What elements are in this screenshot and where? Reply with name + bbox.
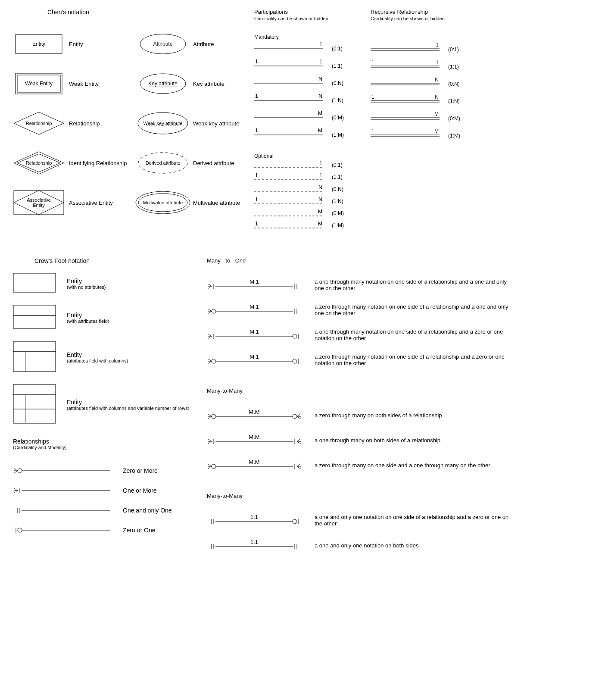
m1-title: Many - to - One — [207, 257, 526, 264]
crow-entity-label: Entity(attributes field with columns and… — [60, 399, 189, 411]
svg-text:1: 1 — [255, 59, 258, 65]
relationship-desc: a one through many notation on one side … — [302, 328, 517, 341]
svg-rect-101 — [13, 273, 56, 292]
assoc-entity-label: Associative Entity — [65, 200, 134, 206]
crow-entity-label: Entity(attributes field with columns) — [60, 351, 128, 363]
svg-text:M:M: M:M — [249, 434, 259, 440]
svg-text:N: N — [435, 94, 439, 100]
participation-row: 1 1 (1:1) — [254, 57, 366, 75]
relationship-line: M:1 — [207, 278, 302, 291]
svg-text:Entity: Entity — [33, 203, 45, 208]
rel-caption: (Cardinality and Modality) — [13, 445, 198, 450]
svg-text:M:M: M:M — [249, 409, 259, 415]
svg-text:M: M — [318, 128, 322, 134]
chen-title: Chen's notation — [13, 9, 254, 16]
cardinality-label: (1:N) — [327, 198, 358, 204]
crow-entity-shape — [13, 273, 60, 294]
weak-entity-label: Weak Entity — [65, 81, 134, 87]
svg-text:Relationship: Relationship — [26, 121, 52, 126]
participation-row: 1 (0:1) — [254, 40, 366, 57]
relationship-label: Relationship — [65, 120, 134, 127]
crow-entity-label: Entity(with no attributes) — [60, 278, 106, 290]
svg-text:N: N — [435, 77, 439, 83]
cardinality-label: (0:1) — [444, 47, 474, 53]
assoc-entity-shape: AssociativeEntity — [13, 190, 65, 216]
relationship-desc: a zero through many on one side and a on… — [302, 462, 517, 469]
svg-text:M:M: M:M — [249, 459, 259, 465]
relationship-desc: a zero through many notation on one side… — [302, 353, 517, 366]
participation-row: 1 M (1:M) — [254, 126, 366, 144]
relationship-line: M:M — [207, 409, 302, 422]
ident-relationship-label: Identifying Relationship — [65, 160, 134, 166]
participations-title: Participations — [254, 9, 366, 15]
participations-caption: Cardinality can be shown or hidden — [254, 16, 366, 21]
cardinality-label: (1:1) — [327, 174, 358, 180]
cardinality-label: (1:M) — [327, 132, 358, 138]
mm-title: Many-to-Many — [207, 388, 526, 394]
svg-text:Weak Entity: Weak Entity — [25, 81, 53, 87]
crow-legend-label: Zero or One — [112, 527, 183, 534]
participation-row: N (0:N) — [254, 75, 366, 92]
recursive-title: Recursive Relationship — [371, 9, 483, 15]
cardinality-label: (0:N) — [327, 80, 358, 86]
svg-rect-102 — [13, 305, 56, 316]
relationship-line: M:1 — [207, 353, 302, 366]
cardinality-label: (0:1) — [327, 162, 358, 168]
participation-row: 1 N (1:N) — [254, 195, 366, 207]
weak-entity-shape: Weak Entity — [13, 73, 65, 94]
participation-row: M (0:M) — [371, 110, 483, 127]
svg-rect-104 — [13, 341, 56, 352]
relationship-line: M:M — [207, 434, 302, 447]
attribute-shape: Attribute — [137, 33, 189, 55]
participation-row: N (0:N) — [371, 75, 483, 93]
svg-text:1: 1 — [371, 59, 374, 66]
svg-text:1: 1 — [319, 160, 322, 166]
svg-text:M: M — [318, 110, 322, 116]
svg-text:M: M — [434, 128, 439, 134]
cardinality-label: (0:N) — [444, 81, 474, 87]
relationship-desc: a one and only one notation on one side … — [302, 514, 517, 527]
participation-row: 1 (0:1) — [254, 159, 366, 171]
svg-text:1: 1 — [255, 128, 258, 134]
svg-text:1: 1 — [319, 41, 322, 47]
relationship-shape: Relationship — [13, 111, 65, 135]
entity-shape: Entity — [13, 34, 65, 54]
svg-text:1: 1 — [371, 94, 374, 100]
svg-text:1: 1 — [255, 221, 258, 227]
participation-row: 1 N (1:N) — [371, 93, 483, 110]
multivalue-attribute-shape: Multivalue attribute — [137, 191, 189, 215]
relationship-line: M:1 — [207, 303, 302, 316]
entity-label: Entity — [65, 41, 134, 47]
svg-text:N: N — [318, 184, 322, 191]
relationship-line: 1:1 — [207, 539, 302, 552]
svg-text:1: 1 — [319, 172, 322, 178]
svg-text:1: 1 — [319, 59, 322, 65]
svg-text:1: 1 — [371, 128, 374, 134]
svg-text:1: 1 — [436, 42, 439, 48]
participation-row: M (0:M) — [254, 109, 366, 126]
cardinality-label: (0:N) — [327, 186, 358, 192]
crow-legend-line — [13, 485, 112, 496]
svg-text:Key attribute: Key attribute — [148, 81, 178, 87]
svg-text:Entity: Entity — [32, 41, 45, 47]
svg-text:N: N — [318, 197, 322, 203]
participation-row: 1 1 (1:1) — [254, 171, 366, 183]
cardinality-label: (1:1) — [327, 63, 358, 69]
svg-text:1: 1 — [436, 59, 439, 66]
weak-key-attribute-label: Weak key attribute — [189, 120, 258, 127]
cardinality-label: (0:M) — [327, 115, 358, 121]
rel-title: Relationships — [13, 438, 198, 445]
svg-text:N: N — [318, 76, 322, 82]
cardinality-label: (0:M) — [444, 116, 474, 122]
svg-text:Derived attribute: Derived attribute — [146, 160, 181, 166]
key-attribute-label: Key attribute — [189, 81, 258, 87]
svg-text:M:1: M:1 — [249, 303, 259, 310]
participation-row: 1 1 (1:1) — [371, 58, 483, 75]
crow-entity-shape — [13, 384, 60, 425]
svg-rect-103 — [13, 316, 56, 328]
relationship-line: M:1 — [207, 328, 302, 341]
crow-legend-line — [13, 525, 112, 535]
derived-attribute-shape: Derived attribute — [137, 151, 189, 175]
relationship-desc: a zero through many on both sides of a r… — [302, 412, 517, 419]
svg-text:M: M — [318, 221, 322, 227]
